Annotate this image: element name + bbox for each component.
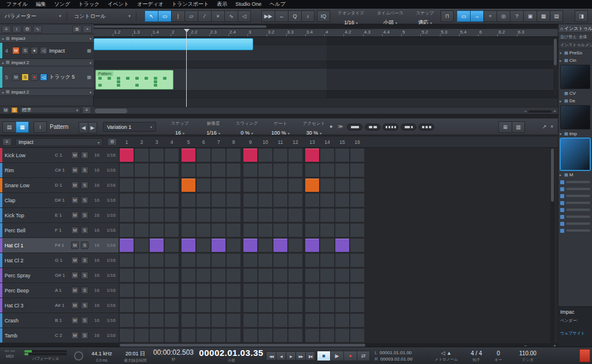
browser-folder-de[interactable]: ▸▤De: [558, 97, 592, 105]
record-arm-button[interactable]: ●: [31, 73, 38, 81]
step-cell[interactable]: [305, 179, 319, 192]
pattern-clip[interactable]: Pattern: [95, 70, 173, 90]
browser-preset-item[interactable]: [558, 179, 592, 185]
quantize-q-button[interactable]: Q: [288, 10, 301, 22]
step-cell[interactable]: [243, 314, 257, 327]
step-cell[interactable]: [150, 299, 164, 312]
step-cell[interactable]: [273, 254, 287, 267]
pattern-fill-button-4[interactable]: [401, 124, 416, 131]
pattern-fill-button-2[interactable]: [365, 124, 380, 131]
row-resolution-value[interactable]: 1/16: [102, 213, 116, 218]
browser-header[interactable]: ⌂ インストゥルメント: [558, 24, 592, 33]
zoom-slider[interactable]: [528, 110, 552, 113]
performance-meter[interactable]: パフォーマンス: [21, 350, 71, 361]
expand-caret-icon[interactable]: ▸: [560, 173, 563, 177]
step-cell[interactable]: [350, 284, 364, 297]
step-cell[interactable]: [243, 209, 257, 222]
menu-item-10[interactable]: ヘルプ: [265, 0, 290, 9]
step-cell[interactable]: [150, 314, 164, 327]
drum-row-label[interactable]: CrashB 1MS161/16: [0, 313, 119, 328]
browser-folder-preso[interactable]: ▾▤PreSo: [558, 49, 592, 57]
step-cell[interactable]: [320, 314, 334, 327]
step-cell[interactable]: [258, 284, 272, 297]
step-cell[interactable]: [120, 224, 134, 237]
loop-button[interactable]: ⇄: [357, 351, 370, 361]
grid-view-button[interactable]: ▦: [536, 10, 550, 22]
step-cell[interactable]: [305, 314, 319, 327]
step-cell[interactable]: [150, 284, 164, 297]
step-cell[interactable]: [227, 269, 240, 282]
row-solo-button[interactable]: S: [81, 317, 88, 324]
step-cell[interactable]: [150, 164, 164, 177]
row-mute-button[interactable]: M: [71, 272, 79, 279]
pattern-param[interactable]: スウィング0 %▾: [234, 121, 260, 137]
step-cell[interactable]: [182, 269, 195, 282]
pattern-fill-button-5[interactable]: [419, 124, 434, 131]
row-solo-button[interactable]: S: [81, 196, 88, 204]
drum-row-label[interactable]: ClapD# 1MS161/16: [0, 193, 119, 208]
row-mute-button[interactable]: M: [71, 151, 79, 159]
step-cell[interactable]: [135, 314, 149, 327]
step-cell[interactable]: [227, 284, 240, 297]
drum-row-label[interactable]: Hat Cl 2G 1MS161/16: [0, 253, 119, 268]
menu-item-6[interactable]: オーディオ: [133, 0, 168, 9]
track-list-options-icon[interactable]: ≣: [72, 25, 82, 33]
row-solo-button[interactable]: S: [81, 211, 88, 219]
step-cell[interactable]: [288, 209, 302, 222]
automation-mode-dropdown[interactable]: 標準▾: [20, 107, 80, 113]
row-steps-value[interactable]: 16: [91, 213, 99, 218]
step-cell[interactable]: [305, 284, 319, 297]
secondary-time-display[interactable]: 00:00:02.503 秒: [149, 349, 198, 362]
step-cell[interactable]: [243, 194, 257, 207]
row-resolution-value[interactable]: 1/16: [102, 318, 116, 323]
step-cell[interactable]: [258, 179, 272, 192]
panel-toggle-button[interactable]: ◨: [575, 10, 588, 22]
jog-wheel-icon[interactable]: [74, 351, 83, 361]
bend-tool-button[interactable]: ∿: [224, 10, 238, 22]
step-cell[interactable]: [150, 329, 164, 342]
drum-row-label[interactable]: Perc BeepA 1MS161/16: [0, 283, 119, 298]
timeline-ruler[interactable]: 1.21.31.422.22.32.433.23.33.444.24.34.45…: [94, 29, 558, 37]
row-steps-value[interactable]: 16: [91, 318, 99, 323]
drum-row-label[interactable]: Perc BellF 1MS161/16: [0, 223, 119, 238]
browser-folder-cin[interactable]: ▸▤Cin: [558, 57, 592, 64]
step-cell[interactable]: [243, 284, 257, 297]
drum-row-label[interactable]: Kick TopE 1MS161/16: [0, 208, 119, 223]
target-button[interactable]: ◎: [497, 10, 510, 22]
speaker-icon[interactable]: ◁: [441, 350, 445, 356]
step-cell[interactable]: [165, 224, 179, 237]
step-cell[interactable]: [258, 314, 272, 327]
crosshair-button[interactable]: +: [483, 10, 497, 22]
step-cell[interactable]: [165, 194, 179, 207]
step-cell[interactable]: [120, 254, 134, 267]
split-tool-button[interactable]: |: [171, 10, 184, 22]
step-cell[interactable]: [120, 164, 134, 177]
pattern-param[interactable]: ステップ16▾: [166, 121, 193, 137]
step-cell[interactable]: [243, 299, 257, 312]
step-cell[interactable]: [273, 164, 287, 177]
keyboard-view-button[interactable]: ▥: [512, 121, 525, 133]
detach-icon[interactable]: ↗: [542, 124, 547, 129]
step-cell[interactable]: [212, 314, 225, 327]
autoscroll-toggle-button[interactable]: →: [470, 10, 483, 22]
row-resolution-value[interactable]: 1/16: [102, 168, 116, 173]
step-cell[interactable]: [273, 148, 287, 162]
step-cell[interactable]: [288, 164, 302, 177]
step-cell[interactable]: [135, 224, 149, 237]
drum-row-label[interactable]: Perc SprayG# 1MS161/16: [0, 268, 119, 283]
menu-item-9[interactable]: Studio One: [231, 0, 265, 9]
step-cell[interactable]: [150, 269, 164, 282]
grid-settings-button[interactable]: ⊞: [498, 121, 512, 133]
step-cell[interactable]: [335, 314, 349, 327]
wrench-icon[interactable]: ⚙: [108, 138, 117, 146]
step-cell[interactable]: [165, 299, 179, 312]
step-cell[interactable]: [182, 179, 195, 192]
drum-row-label[interactable]: Kick LowC 1MS161/16: [0, 148, 119, 163]
step-cell[interactable]: [120, 329, 134, 342]
step-cell[interactable]: [335, 254, 349, 267]
step-cell[interactable]: [350, 164, 364, 177]
row-steps-value[interactable]: 16: [91, 168, 99, 173]
step-cell[interactable]: [335, 239, 349, 252]
row-steps-value[interactable]: 16: [91, 303, 99, 308]
step-cell[interactable]: [212, 329, 225, 342]
